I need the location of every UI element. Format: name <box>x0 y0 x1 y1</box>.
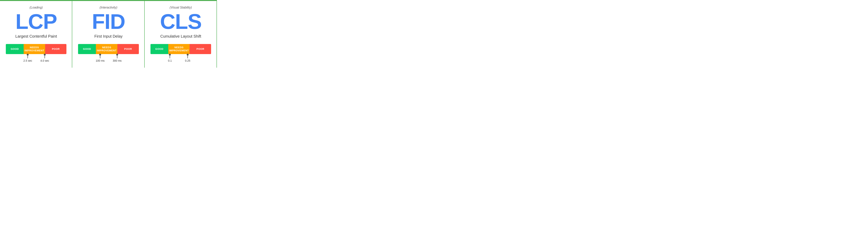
fid-marker-1-line <box>100 56 100 58</box>
fid-poor-segment: POOR <box>117 44 139 54</box>
cls-scale: GOOD NEEDS IMPROVEMENT POOR 0.1 0.25 <box>151 44 211 62</box>
fid-markers: 100 ms 300 ms <box>78 54 139 62</box>
lcp-marker-1-line <box>28 56 28 58</box>
fid-marker-1: 100 ms <box>96 54 104 62</box>
lcp-panel: (Loading) LCP Largest Contentful Paint G… <box>0 0 72 68</box>
lcp-good-segment: GOOD <box>6 44 24 54</box>
cls-poor-segment: POOR <box>190 44 211 54</box>
cls-marker-2: 0.25 <box>185 54 190 62</box>
lcp-markers: 2.5 sec 4.0 sec <box>6 54 66 62</box>
fid-scale: GOOD NEEDS IMPROVEMENT POOR 100 ms 300 m… <box>78 44 139 62</box>
cls-fullname: Cumulative Layout Shift <box>160 34 201 38</box>
cls-scale-bar: GOOD NEEDS IMPROVEMENT POOR <box>151 44 211 54</box>
lcp-marker-2-label: 4.0 sec <box>40 59 49 62</box>
lcp-marker-2-line <box>44 56 45 58</box>
cls-needs-segment: NEEDS IMPROVEMENT <box>168 44 190 54</box>
top-bar-fid <box>72 0 145 1</box>
lcp-category: (Loading) <box>30 6 43 9</box>
lcp-fullname: Largest Contentful Paint <box>15 34 57 38</box>
top-bar-cls <box>145 0 217 1</box>
fid-good-segment: GOOD <box>78 44 96 54</box>
cls-category: (Visual Stability) <box>169 6 192 9</box>
fid-panel: (Interactivity) FID First Input Delay GO… <box>72 0 145 68</box>
cls-marker-1-label: 0.1 <box>168 59 172 62</box>
fid-marker-2: 300 ms <box>113 54 122 62</box>
lcp-marker-2: 4.0 sec <box>40 54 49 62</box>
fid-marker-1-label: 100 ms <box>96 59 104 62</box>
lcp-marker-2-dot <box>44 54 46 56</box>
fid-marker-2-label: 300 ms <box>113 59 122 62</box>
cls-good-segment: GOOD <box>151 44 168 54</box>
fid-needs-segment: NEEDS IMPROVEMENT <box>96 44 117 54</box>
fid-fullname: First Input Delay <box>94 34 123 38</box>
cls-marker-2-dot <box>187 54 189 56</box>
cls-panel: (Visual Stability) CLS Cumulative Layout… <box>145 0 217 68</box>
lcp-scale-bar: GOOD NEEDS IMPROVEMENT POOR <box>6 44 66 54</box>
lcp-marker-1: 2.5 sec <box>24 54 32 62</box>
fid-acronym: FID <box>92 11 125 32</box>
fid-category: (Interactivity) <box>99 6 117 9</box>
lcp-scale: GOOD NEEDS IMPROVEMENT POOR 2.5 sec 4.0 … <box>6 44 66 62</box>
cls-marker-1: 0.1 <box>168 54 172 62</box>
cls-marker-2-line <box>187 56 188 58</box>
fid-scale-bar: GOOD NEEDS IMPROVEMENT POOR <box>78 44 139 54</box>
fid-marker-1-dot <box>99 54 101 56</box>
fid-marker-2-line <box>117 56 117 58</box>
top-bar-lcp <box>0 0 72 1</box>
cls-marker-1-dot <box>169 54 171 56</box>
cls-acronym: CLS <box>160 11 202 32</box>
cls-marker-1-line <box>169 56 170 58</box>
lcp-poor-segment: POOR <box>45 44 67 54</box>
lcp-marker-1-dot <box>27 54 29 56</box>
lcp-needs-segment: NEEDS IMPROVEMENT <box>24 44 45 54</box>
cls-marker-2-label: 0.25 <box>185 59 190 62</box>
fid-marker-2-dot <box>116 54 118 56</box>
lcp-acronym: LCP <box>16 11 57 32</box>
cls-markers: 0.1 0.25 <box>151 54 211 62</box>
lcp-marker-1-label: 2.5 sec <box>24 59 32 62</box>
